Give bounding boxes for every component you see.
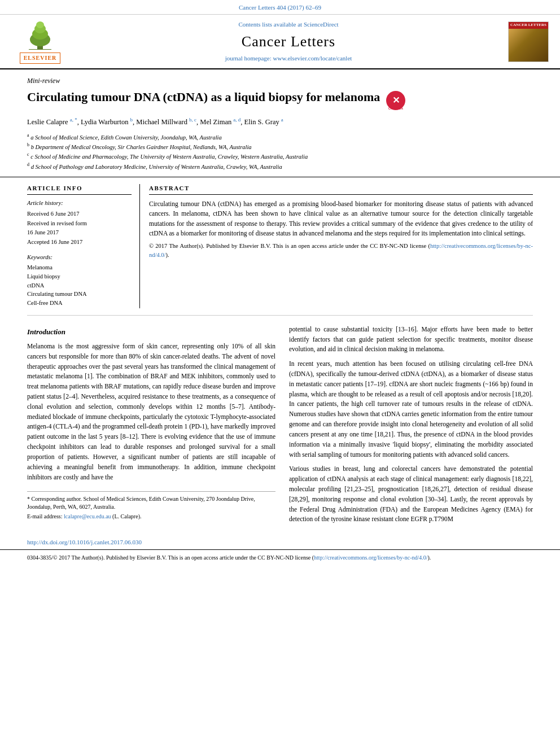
left-column: Introduction Melanoma is the most aggres… xyxy=(27,325,275,529)
homepage-link[interactable]: journal homepage: www.elsevier.com/locat… xyxy=(78,54,499,63)
keywords-label: Keywords: xyxy=(27,254,132,262)
article-info-heading: ARTICLE INFO xyxy=(27,184,132,195)
svg-rect-5 xyxy=(29,49,51,50)
cc-link[interactable]: http://creativecommons.org/licenses/by-n… xyxy=(149,243,533,258)
abstract-panel: ABSTRACT Circulating tumour DNA (ctDNA) … xyxy=(140,184,533,308)
article-title: Circulating tumour DNA (ctDNA) as a liqu… xyxy=(27,89,380,106)
cancer-letters-logo: CANCER LETTERS xyxy=(508,21,549,62)
header-center: Contents lists available at ScienceDirec… xyxy=(78,20,499,63)
elsevier-wordmark: ELSEVIER xyxy=(20,53,61,64)
elsevier-logo-area: ELSEVIER xyxy=(9,19,71,64)
article-info-panel: ARTICLE INFO Article history: Received 6… xyxy=(27,184,140,308)
cl-logo-image xyxy=(509,29,548,62)
affiliation-a: a a School of Medical Science, Edith Cow… xyxy=(27,132,533,142)
crossmark-icon[interactable]: ✕ CrossMark xyxy=(386,90,406,111)
right-column: potential to cause substantial toxicity … xyxy=(289,325,533,529)
affiliation-d: d d School of Pathology and Laboratory M… xyxy=(27,161,533,171)
footnote-area: * Corresponding author. School of Medica… xyxy=(27,491,275,521)
svg-text:CrossMark: CrossMark xyxy=(388,107,403,110)
citation-text: Cancer Letters 404 (2017) 62–69 xyxy=(239,4,321,11)
svg-point-4 xyxy=(36,21,44,28)
introduction-heading: Introduction xyxy=(27,327,275,337)
corresponding-author: * Corresponding author. School of Medica… xyxy=(27,495,275,511)
sciencedirect-link[interactable]: Contents lists available at ScienceDirec… xyxy=(78,20,499,29)
article-info-abstract: ARTICLE INFO Article history: Received 6… xyxy=(0,184,560,308)
article-type-label: Mini-review xyxy=(27,76,533,86)
affiliations: a a School of Medical Science, Edith Cow… xyxy=(27,132,533,171)
accepted-date: Accepted 16 June 2017 xyxy=(27,238,132,247)
cc-license: © 2017 The Author(s). Published by Elsev… xyxy=(149,242,533,260)
doi-link[interactable]: http://dx.doi.org/10.1016/j.canlet.2017.… xyxy=(27,538,533,547)
right-body-text: potential to cause substantial toxicity … xyxy=(289,325,533,525)
journal-header: ELSEVIER Contents lists available at Sci… xyxy=(0,15,560,69)
elsevier-tree-icon xyxy=(18,19,63,50)
history-label: Article history: xyxy=(27,199,132,208)
keyword-cell-free-dna: Cell-free DNA xyxy=(27,299,132,308)
email-link[interactable]: lcalapre@ecu.edu.au xyxy=(64,513,111,519)
journal-title: Cancer Letters xyxy=(78,32,499,52)
abstract-heading: ABSTRACT xyxy=(149,184,533,195)
keyword-ctdna: ctDNA xyxy=(27,282,132,290)
introduction-body: Melanoma is the most aggressive form of … xyxy=(27,342,275,482)
received-revised-label: Received in revised form xyxy=(27,220,132,228)
authors-line: Leslie Calapre a, *, Lydia Warburton b, … xyxy=(27,116,533,128)
journal-citation: Cancer Letters 404 (2017) 62–69 xyxy=(0,0,560,15)
cl-logo-label: CANCER LETTERS xyxy=(509,22,548,29)
homepage-url[interactable]: www.elsevier.com/locate/canlet xyxy=(273,55,352,62)
affiliation-c: c c School of Medicine and Pharmacology,… xyxy=(27,151,533,161)
main-content: Introduction Melanoma is the most aggres… xyxy=(0,316,560,538)
keyword-liquid-biopsy: Liquid biopsy xyxy=(27,273,132,281)
bottom-cc-link[interactable]: http://creativecommons.org/licenses/by-n… xyxy=(314,554,427,561)
cancer-letters-logo-area: CANCER LETTERS xyxy=(506,21,551,62)
bottom-bar: 0304-3835/© 2017 The Author(s). Publishe… xyxy=(0,549,560,565)
affiliation-b: b b Department of Medical Oncology, Sir … xyxy=(27,142,533,151)
abstract-text: Circulating tumour DNA (ctDNA) has emerg… xyxy=(149,199,533,260)
article-header: Mini-review Circulating tumour DNA (ctDN… xyxy=(0,69,560,177)
email-line: E-mail address: lcalapre@ecu.edu.au (L. … xyxy=(27,513,275,521)
received-date: Received 6 June 2017 xyxy=(27,210,132,219)
keyword-circulating-tumour-dna: Circulating tumour DNA xyxy=(27,290,132,299)
article-title-area: Circulating tumour DNA (ctDNA) as a liqu… xyxy=(27,89,533,111)
keyword-melanoma: Melanoma xyxy=(27,264,132,272)
svg-text:✕: ✕ xyxy=(392,95,400,105)
